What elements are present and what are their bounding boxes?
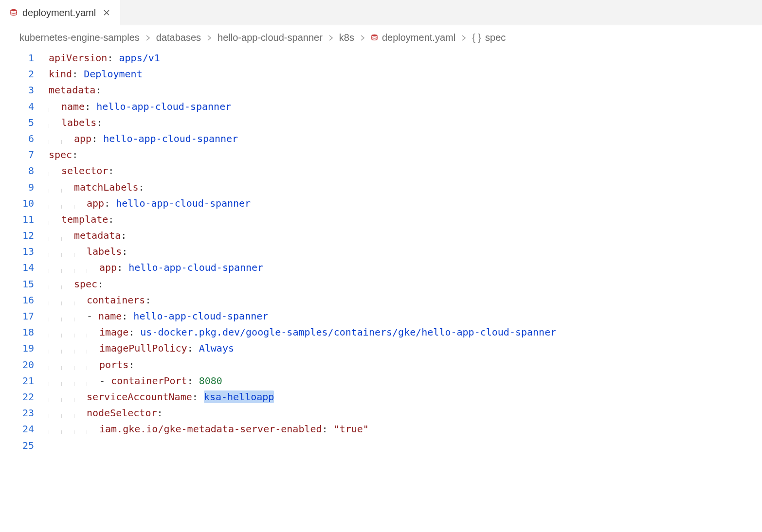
- code-line[interactable]: image: us-docker.pkg.dev/google-samples/…: [49, 324, 762, 340]
- line-number: 9: [0, 179, 34, 195]
- code-line[interactable]: labels:: [49, 244, 762, 260]
- line-number: 11: [0, 212, 34, 228]
- line-number: 18: [0, 324, 34, 340]
- code-content[interactable]: apiVersion: apps/v1 kind: Deployment met…: [49, 50, 762, 454]
- breadcrumb-segment[interactable]: deployment.yaml: [371, 32, 455, 43]
- line-number: 23: [0, 405, 34, 421]
- code-line[interactable]: containers:: [49, 292, 762, 308]
- line-number: 7: [0, 147, 34, 163]
- breadcrumb-segment[interactable]: hello-app-cloud-spanner: [218, 32, 323, 43]
- code-line[interactable]: nodeSelector:: [49, 405, 762, 421]
- line-number: 2: [0, 66, 34, 82]
- line-number: 12: [0, 228, 34, 244]
- tab-label: deployment.yaml: [22, 7, 96, 18]
- chevron-right-icon: [327, 35, 334, 41]
- code-line[interactable]: template:: [49, 212, 762, 228]
- code-line[interactable]: name: hello-app-cloud-spanner: [49, 99, 762, 115]
- code-line[interactable]: [49, 438, 762, 454]
- code-line[interactable]: matchLabels:: [49, 179, 762, 195]
- line-number: 5: [0, 115, 34, 131]
- database-icon: [10, 9, 18, 17]
- code-line[interactable]: app: hello-app-cloud-spanner: [49, 260, 762, 276]
- line-number: 13: [0, 244, 34, 260]
- code-line[interactable]: metadata:: [49, 228, 762, 244]
- breadcrumb-segment[interactable]: kubernetes-engine-samples: [19, 32, 140, 43]
- chevron-right-icon: [145, 35, 151, 41]
- code-line[interactable]: app: hello-app-cloud-spanner: [49, 195, 762, 212]
- line-number: 1: [0, 50, 34, 66]
- chevron-right-icon: [460, 35, 467, 41]
- line-number: 19: [0, 340, 34, 356]
- selected-text: ksa-helloapp: [204, 390, 274, 403]
- line-number: 16: [0, 292, 34, 308]
- code-line[interactable]: - containerPort: 8080: [49, 373, 762, 389]
- line-number: 3: [0, 82, 34, 98]
- close-icon[interactable]: [101, 7, 112, 18]
- line-number: 21: [0, 373, 34, 389]
- line-number: 22: [0, 389, 34, 405]
- svg-point-1: [372, 35, 377, 36]
- code-line[interactable]: apiVersion: apps/v1: [49, 50, 762, 66]
- line-number: 4: [0, 99, 34, 115]
- code-line[interactable]: selector:: [49, 163, 762, 179]
- breadcrumb: kubernetes-engine-samples databases hell…: [0, 25, 762, 49]
- breadcrumb-segment[interactable]: { } spec: [472, 32, 506, 43]
- chevron-right-icon: [359, 35, 366, 41]
- breadcrumb-segment[interactable]: k8s: [339, 32, 354, 43]
- code-editor[interactable]: 1 2 3 4 5 6 7 8 9 10 11 12 13 14 15 16 1…: [0, 49, 762, 454]
- code-line[interactable]: - name: hello-app-cloud-spanner: [49, 308, 762, 324]
- line-number: 6: [0, 131, 34, 147]
- braces-icon: { }: [472, 32, 481, 43]
- code-line[interactable]: ports:: [49, 357, 762, 373]
- line-number-gutter: 1 2 3 4 5 6 7 8 9 10 11 12 13 14 15 16 1…: [0, 50, 49, 454]
- code-line[interactable]: serviceAccountName: ksa-helloapp: [49, 389, 762, 405]
- code-line[interactable]: kind: Deployment: [49, 66, 762, 82]
- tab-deployment-yaml[interactable]: deployment.yaml: [0, 0, 120, 25]
- code-line[interactable]: app: hello-app-cloud-spanner: [49, 131, 762, 147]
- line-number: 25: [0, 438, 34, 454]
- line-number: 24: [0, 421, 34, 437]
- code-line[interactable]: metadata:: [49, 82, 762, 98]
- database-icon: [371, 34, 378, 41]
- code-line[interactable]: spec:: [49, 276, 762, 292]
- line-number: 14: [0, 260, 34, 276]
- breadcrumb-segment[interactable]: databases: [156, 32, 201, 43]
- line-number: 17: [0, 308, 34, 324]
- chevron-right-icon: [206, 35, 213, 41]
- line-number: 20: [0, 357, 34, 373]
- code-line[interactable]: iam.gke.io/gke-metadata-server-enabled: …: [49, 421, 762, 437]
- code-line[interactable]: spec:: [49, 147, 762, 163]
- line-number: 8: [0, 163, 34, 179]
- code-line[interactable]: labels:: [49, 115, 762, 131]
- line-number: 15: [0, 276, 34, 292]
- code-line[interactable]: imagePullPolicy: Always: [49, 340, 762, 356]
- svg-point-0: [11, 9, 17, 11]
- line-number: 10: [0, 195, 34, 212]
- editor-tab-bar: deployment.yaml: [0, 0, 762, 25]
